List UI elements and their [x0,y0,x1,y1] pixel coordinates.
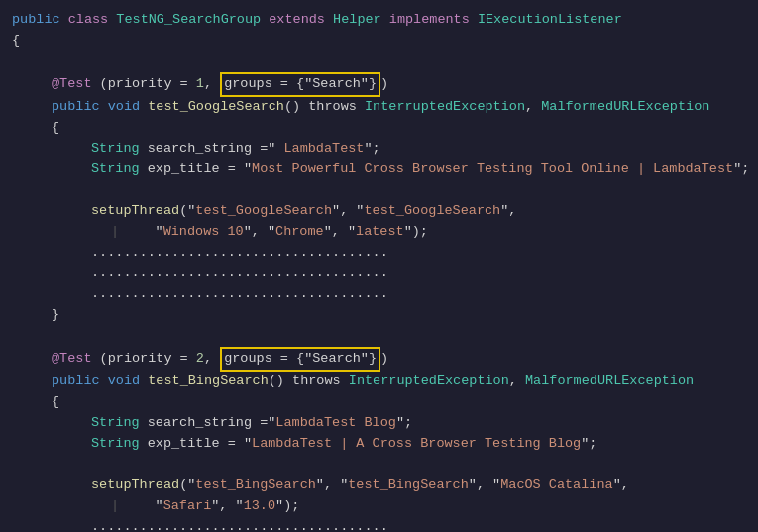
code-line-annotation-2: @Test (priority = 2, groups = {"Search"}… [12,347,758,372]
code-line-method-1: public void test_GoogleSearch() throws I… [12,97,758,118]
str-exp-title-2: LambdaTest | A Cross Browser Testing Blo… [252,434,581,455]
fn-google: test_GoogleSearch [148,97,284,118]
str-safari: Safari [163,496,212,517]
dots-3: ..................................... [91,284,388,305]
parent-class: Helper [333,10,389,31]
kw-public-2: public [52,372,108,392]
priority-num-1: 1 [196,74,204,95]
throws-1: () throws [284,97,365,118]
code-line-dots-2: ..................................... [12,264,758,284]
dots-2: ..................................... [91,264,388,284]
interface-name: IExecutionListener [478,10,622,31]
var-search-1: search_string =" [148,139,284,160]
exc-1: InterruptedException [365,97,525,118]
code-line-brace-close-1: } [12,305,758,326]
code-line-setup-1: setupThread("test_GoogleSearch", "test_G… [12,201,758,222]
str-chrome: Chrome [275,222,324,243]
str-win10: Windows 10 [163,222,244,243]
brace-close-1: } [52,305,59,326]
code-line-blank-3 [12,455,758,476]
code-line-blank-2 [12,326,758,347]
fn-setup-1: setupThread [91,201,179,222]
code-line: { [12,31,758,52]
annotation-test-2: @Test [52,349,100,370]
str-latest: latest [356,222,404,243]
paren-open-2: (priority = [100,349,196,370]
kw-void-1: void [108,97,149,118]
paren-close-2: ) [380,349,388,370]
groups-text-1: groups = {"Search"} [224,76,377,91]
priority-num-2: 2 [196,349,204,370]
keyword-public: public [12,10,68,31]
str-s2: test_GoogleSearch [364,201,500,222]
kw-public-1: public [52,97,108,118]
code-line-exp-title-1: String exp_title = "Most Powerful Cross … [12,160,758,180]
groups-annotation-2: groups = {"Search"} [220,347,380,372]
paren-close: ) [380,74,388,95]
str-lambdatest: LambdaTest [283,139,364,160]
code-line: public class TestNG_SearchGroup extends … [12,10,758,31]
groups-annotation-1: groups = {"Search"} [220,72,380,97]
brace-open: { [12,31,20,52]
var-search-2: search_string =" [148,413,276,434]
str-b1: test_BingSearch [195,476,316,496]
brace-open-2: { [52,118,59,139]
code-line-blank [12,52,758,72]
exc-3: InterruptedException [349,372,509,392]
type-string-4: String [91,434,148,455]
kw-void-2: void [108,372,149,392]
annotation-test-1: @Test [52,74,100,95]
keyword-class: class [68,10,117,31]
code-line-setup-2: setupThread("test_BingSearch", "test_Bin… [12,476,758,496]
paren-open: (priority = [100,74,196,95]
code-line-annotation-1: @Test (priority = 1, groups = {"Search"}… [12,72,758,97]
brace-open-3: { [52,392,59,413]
fn-bing: test_BingSearch [148,372,269,392]
fn-setup-2: setupThread [91,476,179,496]
code-line: { [12,118,758,139]
throws-2: () throws [269,372,349,392]
str-macos: MacOS Catalina [500,476,612,496]
str-b2: test_BingSearch [348,476,469,496]
code-line-blank [12,180,758,201]
code-editor: public class TestNG_SearchGroup extends … [0,0,758,532]
code-line-search-string: String search_string =" LambdaTest"; [12,139,758,160]
code-line-dots-1: ..................................... [12,243,758,264]
groups-text-2: groups = {"Search"} [224,351,377,366]
str-exp-title-1: Most Powerful Cross Browser Testing Tool… [252,160,733,180]
keyword-implements: implements [389,10,478,31]
exc-2: MalformedURLException [541,97,709,118]
dots-1: ..................................... [91,243,388,264]
var-exp-2: exp_title = " [148,434,252,455]
dots-4: ..................................... [91,517,388,532]
code-line-dots-4: ..................................... [12,517,758,532]
code-line-brace-open-3: { [12,392,758,413]
comma-2: , [204,349,220,370]
var-exp-1: exp_title = " [148,160,252,180]
code-line-exp-title-2: String exp_title = "LambdaTest | A Cross… [12,434,758,455]
keyword-extends: extends [269,10,333,31]
type-string-1: String [91,139,148,160]
class-name: TestNG_SearchGroup [116,10,269,31]
type-string-2: String [91,160,148,180]
str-13: 13.0 [244,496,275,517]
exc-4: MalformedURLException [525,372,694,392]
comma: , [204,74,220,95]
type-string-3: String [91,413,148,434]
code-line-dots-3: ..................................... [12,284,758,305]
code-line-search-string-2: String search_string ="LambdaTest Blog"; [12,413,758,434]
code-line-safari: | "Safari", "13.0"); [12,496,758,517]
str-lambdatest-blog: LambdaTest Blog [275,413,396,434]
str-s1: test_GoogleSearch [195,201,332,222]
code-line-windows: | "Windows 10", "Chrome", "latest"); [12,222,758,243]
code-line-method-2: public void test_BingSearch() throws Int… [12,372,758,392]
